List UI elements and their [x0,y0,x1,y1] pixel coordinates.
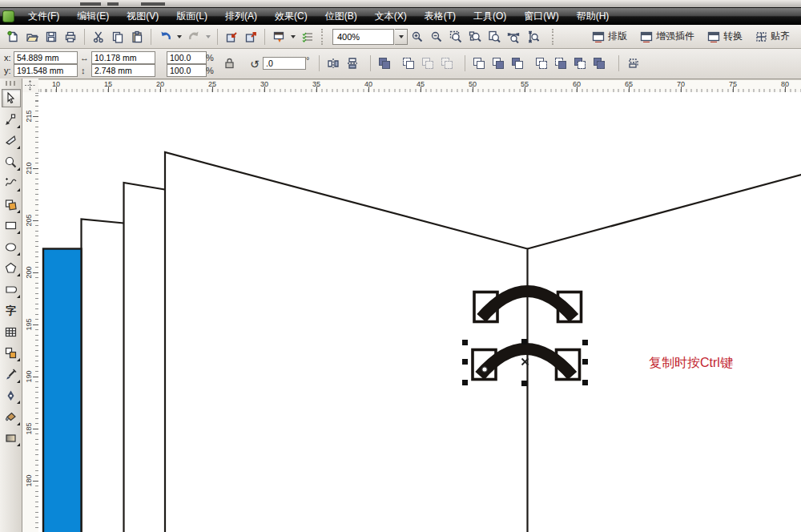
create-boundary-button[interactable] [591,55,607,71]
app-icon[interactable] [2,10,14,22]
new-document-button[interactable] [3,27,22,46]
undo-button[interactable] [155,27,175,46]
menu-item-effects[interactable]: 效果(C) [266,8,316,25]
selection-handle-bottom-left[interactable] [462,380,468,385]
menu-item-file[interactable]: 文件(F) [19,8,68,25]
tool-zoom[interactable] [2,153,21,171]
docker-button-typesetting[interactable]: 排版 [589,28,630,45]
tool-freehand[interactable] [2,174,21,192]
options-button[interactable] [298,27,317,46]
menu-item-window[interactable]: 窗口(W) [515,8,567,25]
mirror-horizontal-button[interactable] [325,55,341,71]
zoom-level-combobox[interactable]: 400% [332,29,394,45]
paste-button[interactable] [127,27,147,46]
selection-handle-middle-left[interactable] [462,359,468,365]
object-width-field[interactable] [91,51,155,64]
tool-polygon[interactable] [2,259,21,277]
mirror-vertical-button[interactable] [344,55,360,71]
ruler-origin-control[interactable] [22,79,38,92]
zoom-to-page-width-button[interactable] [504,27,523,46]
import-button[interactable] [222,27,241,46]
drawing-canvas[interactable]: 复制时按Ctrl键 [38,92,801,532]
cut-button[interactable] [89,27,108,46]
toolbox-grip[interactable] [6,81,17,86]
copy-button[interactable] [108,27,127,46]
zoom-level-dropdown-button[interactable] [395,29,408,45]
export-button[interactable] [241,27,260,46]
binder-clip-bottom-selected[interactable] [473,349,580,380]
zoom-out-button[interactable] [427,27,446,46]
horizontal-ruler[interactable]: 101520253035404550556065707580 [38,80,801,93]
ungroup-button[interactable] [420,55,436,71]
simplify-button[interactable] [533,55,549,71]
tool-color-eyedropper[interactable] [2,365,21,384]
menu-item-edit[interactable]: 编辑(E) [68,8,118,25]
back-minus-front-button[interactable] [572,55,588,71]
nonproportional-scale-lock-icon[interactable] [221,55,237,71]
weld-button[interactable] [471,55,487,71]
tool-rectangle[interactable] [2,216,21,235]
print-button[interactable] [61,27,80,46]
open-button[interactable] [22,27,42,46]
menu-item-view[interactable]: 视图(V) [118,8,167,25]
tool-pick[interactable] [2,89,21,107]
menu-item-help[interactable]: 帮助(H) [568,8,618,25]
docker-button-convert[interactable]: 转换 [704,28,746,45]
menu-item-bitmaps[interactable]: 位图(B) [316,8,366,25]
ungroup-all-button[interactable] [439,55,455,71]
save-button[interactable] [42,27,61,46]
group-button[interactable] [400,55,417,71]
zoom-to-all-objects-button[interactable] [465,27,485,46]
trim-button[interactable] [490,55,506,71]
combine-button[interactable] [376,55,392,71]
menu-item-layout[interactable]: 版面(L) [167,8,216,25]
menu-item-text[interactable]: 文本(X) [366,8,416,25]
zoom-in-button[interactable] [408,27,427,46]
tool-fill[interactable] [2,408,21,426]
docker-button-enhanced-plugins[interactable]: 增强插件 [637,28,698,45]
menu-item-arrange[interactable]: 排列(A) [216,8,266,25]
scale-horizontal-field[interactable] [167,51,207,64]
tool-smart-fill[interactable] [2,195,21,214]
undo-dropdown-arrow[interactable] [177,35,182,38]
selection-handle-top-center[interactable] [521,339,527,345]
redo-dropdown-arrow[interactable] [206,35,211,38]
book-page-3[interactable] [124,183,165,532]
convert-to-curves-button[interactable] [626,55,642,71]
docker-button-snap[interactable]: 贴齐 [752,28,793,45]
application-launcher-button[interactable] [269,27,288,46]
tool-ellipse[interactable] [2,238,21,256]
book-right-page[interactable] [528,174,801,249]
zoom-to-page-button[interactable] [485,27,504,46]
tool-outline-pen[interactable] [2,386,21,405]
menu-item-tools[interactable]: 工具(O) [465,8,515,25]
tool-shape[interactable] [2,111,21,129]
redo-button[interactable] [184,27,203,46]
selection-handle-bottom-right[interactable] [582,380,588,385]
y-position-field[interactable] [14,64,78,77]
selection-handle-top-left[interactable] [462,340,468,345]
tool-crop[interactable] [2,131,21,150]
tool-basic-shapes[interactable] [2,280,21,299]
book-cover-blue[interactable] [43,249,82,532]
front-minus-back-button[interactable] [553,55,569,71]
scale-vertical-field[interactable] [167,64,207,77]
tool-interactive-blend[interactable] [2,344,21,362]
zoom-to-page-height-button[interactable] [523,27,542,46]
application-launcher-dropdown-arrow[interactable] [291,35,296,38]
x-position-field[interactable] [14,51,78,64]
selection-handle-bottom-center[interactable] [521,381,527,386]
rotation-angle-field[interactable] [263,57,306,70]
menu-item-table[interactable]: 表格(T) [416,8,465,25]
book-outline[interactable] [82,152,801,532]
intersect-button[interactable] [509,55,525,71]
zoom-to-selected-button[interactable] [446,27,465,46]
curve-node-marker[interactable] [482,367,487,372]
tool-text[interactable]: 字 [2,301,21,320]
book-page-2[interactable] [82,220,124,532]
selection-handle-middle-right[interactable] [582,359,588,365]
book-left-page-and-spine[interactable] [165,152,528,532]
object-height-field[interactable] [91,64,155,77]
vertical-ruler[interactable]: 215210205200195190185180 [22,92,39,532]
selection-handle-top-right[interactable] [582,340,588,345]
